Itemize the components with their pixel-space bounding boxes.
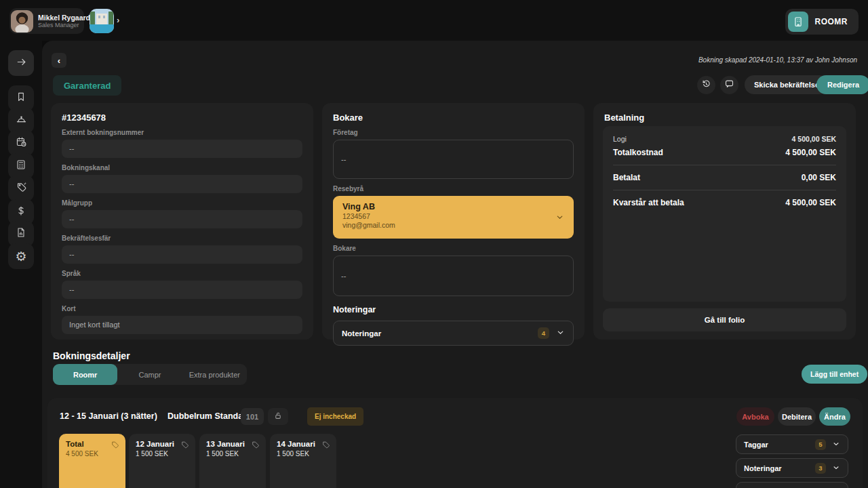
- cancel-booking-button[interactable]: Avboka: [736, 407, 774, 426]
- user-name: Mikkel Rygaard: [38, 14, 90, 22]
- unit-section: 12 - 15 Januari (3 nätter) Dubbelrum Sta…: [47, 398, 863, 488]
- brand-badge: ROOMR: [785, 9, 859, 35]
- unit-room-type: Dubbelrum Standard: [167, 411, 252, 421]
- external-booking-number-field[interactable]: --: [62, 140, 302, 158]
- confirmation-field[interactable]: --: [62, 245, 302, 264]
- day-card-total[interactable]: Total 4 500 SEK: [59, 434, 125, 488]
- unit-notes-count-badge: 3: [815, 463, 826, 474]
- arrow-right-icon: [16, 56, 27, 70]
- chevron-down-icon: [555, 212, 564, 224]
- go-to-folio-button[interactable]: Gå till folio: [603, 308, 846, 331]
- tab-campr[interactable]: Campr: [117, 364, 182, 385]
- sidebar-item-settings[interactable]: ⚙: [8, 243, 34, 269]
- day-card[interactable]: 14 Januari 1 500 SEK: [270, 434, 336, 488]
- partial-dropdown[interactable]: [736, 482, 848, 488]
- sidebar: ⚙: [0, 41, 42, 488]
- tab-extra-products[interactable]: Extra produkter: [182, 364, 247, 385]
- chevron-down-icon: [832, 439, 840, 451]
- company-box[interactable]: --: [333, 140, 574, 179]
- field-label: Bokningskanal: [62, 164, 302, 171]
- tags-dropdown[interactable]: Taggar 5: [736, 434, 848, 454]
- unit-notes-dropdown[interactable]: Noteringar 3: [736, 458, 848, 478]
- travel-agency-select[interactable]: Ving AB 1234567 ving@gmail.com: [333, 196, 574, 239]
- details-title: Bokningsdetaljer: [53, 350, 130, 361]
- comments-button[interactable]: [720, 76, 738, 94]
- add-unit-button[interactable]: Lägg till enhet: [802, 365, 867, 384]
- check-in-status-badge: Ej incheckad: [307, 407, 363, 426]
- main-panel: ‹ Bokning skapad 2024-01-10, 13:37 av Jo…: [42, 41, 868, 488]
- back-button[interactable]: ‹: [52, 53, 66, 68]
- user-profile[interactable]: Mikkel Rygaard Sales Manager: [9, 8, 84, 34]
- unit-notes-dropdown-label: Noteringar: [744, 464, 815, 472]
- company-label: Företag: [333, 129, 574, 136]
- tags-count-badge: 5: [815, 439, 826, 450]
- avatar: [11, 10, 33, 33]
- pay-row-label: Kvarstår att betala: [613, 198, 684, 207]
- tab-roomr[interactable]: Roomr: [53, 364, 117, 385]
- pay-row-label: Betalat: [613, 173, 640, 182]
- tags-dropdown-label: Taggar: [744, 441, 815, 449]
- report-document-icon: [16, 227, 26, 241]
- booker-box[interactable]: --: [333, 256, 574, 296]
- notes-dropdown[interactable]: Noteringar 4: [333, 321, 574, 346]
- target-group-field[interactable]: --: [62, 210, 302, 228]
- brand-name: ROOMR: [815, 17, 848, 26]
- user-role: Sales Manager: [38, 22, 90, 28]
- charge-button[interactable]: Debitera: [778, 407, 816, 426]
- payment-title: Betalning: [604, 113, 845, 123]
- payment-summary: Logi 4 500,00 SEK Totalkostnad 4 500,00 …: [603, 126, 846, 302]
- top-bar: Mikkel Rygaard Sales Manager › ROOMR: [0, 0, 868, 41]
- payment-card: Betalning Logi 4 500,00 SEK Totalkostnad…: [593, 103, 856, 340]
- history-button[interactable]: [697, 76, 715, 94]
- unit-date-range: 12 - 15 Januari (3 nätter): [60, 411, 157, 421]
- day-card[interactable]: 13 Januari 1 500 SEK: [199, 434, 266, 488]
- booker-card: Bokare Företag -- Resebyrå Ving AB 12345…: [322, 103, 585, 340]
- sidebar-item-calendar[interactable]: [8, 130, 34, 156]
- breadcrumb-chevron-icon: ›: [117, 15, 119, 25]
- agency-name: Ving AB: [342, 202, 564, 211]
- booking-info-card: #12345678 Externt bokningsnummer -- Bokn…: [51, 103, 313, 340]
- dollar-icon: [16, 205, 26, 219]
- day-card[interactable]: 12 Januari 1 500 SEK: [129, 434, 195, 488]
- field-label: Bekräftelsesfär: [62, 235, 302, 242]
- divider: [613, 165, 836, 165]
- pay-row-value: 4 500,00 SEK: [785, 148, 836, 157]
- property-thumbnail[interactable]: [90, 9, 114, 33]
- gear-icon: ⚙: [15, 250, 26, 263]
- pay-row-value: 4 500,00 SEK: [792, 135, 836, 143]
- field-label: Språk: [62, 270, 302, 277]
- calendar-clock-icon: [16, 136, 27, 150]
- booking-number: #12345678: [62, 113, 302, 123]
- booker-title: Bokare: [333, 113, 574, 123]
- edit-button[interactable]: Redigera: [816, 75, 868, 94]
- field-label: Målgrupp: [62, 199, 302, 207]
- language-field[interactable]: --: [62, 281, 302, 299]
- building-icon: [788, 12, 808, 32]
- notes-dropdown-label: Noteringar: [342, 329, 538, 338]
- expand-sidebar-button[interactable]: [8, 50, 34, 76]
- booking-created-text: Bokning skapad 2024-01-10, 13:37 av John…: [698, 56, 857, 64]
- chevron-down-icon: [556, 327, 565, 340]
- tag-icon: [321, 440, 330, 452]
- comment-icon: [724, 79, 734, 92]
- pay-row-value: 0,00 SEK: [802, 173, 836, 182]
- agency-label: Resebyrå: [333, 185, 574, 192]
- room-number-pill: 101: [241, 408, 264, 425]
- booker-label: Bokare: [333, 245, 574, 252]
- change-button[interactable]: Ändra: [819, 407, 850, 426]
- service-bell-icon: [16, 114, 27, 128]
- tag-icon: [251, 440, 260, 452]
- notes-heading: Noteringar: [333, 305, 574, 314]
- card-field[interactable]: Inget kort tillagt: [62, 316, 302, 334]
- notes-count-badge: 4: [538, 327, 549, 339]
- calculator-icon: [16, 159, 26, 173]
- tag-icon: [111, 440, 119, 452]
- agency-email: ving@gmail.com: [342, 221, 564, 229]
- field-label: Externt bokningsnummer: [62, 129, 302, 136]
- price-tag-icon: [16, 182, 27, 196]
- sidebar-item-housekeeping[interactable]: [8, 176, 34, 201]
- booking-channel-field[interactable]: --: [62, 175, 302, 193]
- lock-toggle[interactable]: [268, 408, 288, 425]
- lock-open-icon: [273, 411, 283, 423]
- details-tabs: Roomr Campr Extra produkter: [53, 364, 247, 385]
